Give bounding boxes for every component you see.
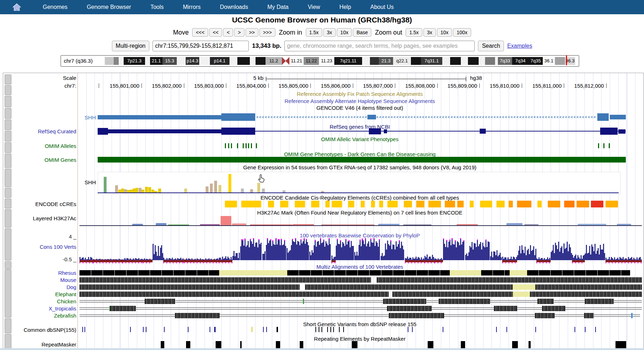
ideogram-band[interactable] bbox=[119, 57, 124, 65]
examples-link[interactable]: Examples bbox=[507, 43, 532, 49]
move-button-[interactable]: < bbox=[223, 28, 233, 37]
multiz-label-chicken[interactable]: Chicken bbox=[3, 299, 76, 304]
ccre-block[interactable] bbox=[371, 201, 375, 207]
track-label-omim-genes[interactable]: OMIM Genes bbox=[3, 157, 76, 163]
gtex-bar[interactable] bbox=[115, 185, 118, 192]
nav-item-help[interactable]: Help bbox=[339, 4, 351, 10]
track-title-encode-candidate-cis-regulatory-elements[interactable]: ENCODE Candidate Cis-Regulatory Elements… bbox=[78, 195, 642, 200]
ccre-block[interactable] bbox=[387, 201, 398, 207]
omim-allele-tick[interactable] bbox=[246, 143, 247, 148]
ccre-block[interactable] bbox=[225, 201, 237, 207]
track-label-chr7[interactable]: chr7: bbox=[3, 83, 76, 88]
track-title-omim-gene-phenotypes-dark-green-can-be-d[interactable]: OMIM Gene Phenotypes - Dark Green Can Be… bbox=[78, 151, 642, 157]
zoom-out-button-1-5x[interactable]: 1.5x bbox=[406, 28, 422, 37]
ideogram-band[interactable]: 7q34 bbox=[512, 57, 529, 65]
multiz-segment[interactable] bbox=[145, 299, 175, 304]
gtex-bar[interactable] bbox=[139, 188, 141, 192]
gtex-bar[interactable] bbox=[124, 189, 127, 192]
refseq-exon[interactable] bbox=[480, 129, 486, 134]
multiz-segment[interactable] bbox=[219, 270, 287, 276]
ideogram-band[interactable]: 36.1 bbox=[543, 57, 555, 65]
ideogram-band[interactable]: 7q31.1 bbox=[421, 57, 442, 65]
dbsnp-tick[interactable] bbox=[252, 327, 252, 332]
dbsnp-tick[interactable] bbox=[506, 327, 507, 332]
ideogram-band[interactable] bbox=[199, 57, 210, 65]
dbsnp-tick[interactable] bbox=[146, 327, 146, 332]
ccre-block[interactable] bbox=[445, 201, 455, 207]
gencode-exon[interactable] bbox=[98, 115, 221, 119]
move-button-[interactable]: >> bbox=[246, 28, 258, 37]
search-button[interactable]: Search bbox=[478, 41, 504, 51]
dbsnp-tick[interactable] bbox=[496, 327, 497, 332]
omim-allele-tick[interactable] bbox=[228, 143, 229, 148]
omim-allele-tick[interactable] bbox=[603, 143, 604, 148]
ideogram-band[interactable]: q22.1 bbox=[393, 57, 411, 65]
multiz-segment[interactable] bbox=[450, 270, 481, 276]
gtex-bar[interactable] bbox=[148, 187, 151, 192]
track-label-0-5[interactable]: -0.5 _ bbox=[3, 257, 76, 262]
dbsnp-tick[interactable] bbox=[164, 327, 165, 332]
gtex-bar[interactable] bbox=[228, 174, 231, 192]
ideogram-band[interactable]: 21.3 bbox=[379, 57, 393, 65]
gtex-bar[interactable] bbox=[214, 181, 217, 192]
dbsnp-tick[interactable] bbox=[412, 327, 413, 332]
track-label-refseq-curated[interactable]: RefSeq Curated bbox=[3, 129, 76, 134]
ccre-block[interactable] bbox=[480, 201, 492, 207]
dbsnp-tick[interactable] bbox=[263, 327, 264, 332]
dbsnp-tick[interactable] bbox=[315, 327, 316, 332]
nav-item-tools[interactable]: Tools bbox=[150, 4, 164, 10]
multiz-label-mouse[interactable]: Mouse bbox=[3, 277, 76, 283]
ideogram-band[interactable]: 15.3 bbox=[163, 57, 177, 65]
multiz-segment[interactable] bbox=[377, 277, 642, 283]
multiz-segment[interactable] bbox=[79, 292, 389, 297]
repeatmasker-block[interactable] bbox=[428, 341, 433, 349]
dbsnp-tick[interactable] bbox=[585, 327, 586, 332]
search-input[interactable] bbox=[284, 41, 475, 51]
omim-allele-tick[interactable] bbox=[243, 143, 244, 148]
dbsnp-tick[interactable] bbox=[143, 327, 144, 332]
omim-allele-tick[interactable] bbox=[256, 143, 257, 148]
gtex-bar[interactable] bbox=[241, 189, 244, 192]
ccre-block[interactable] bbox=[361, 201, 365, 207]
repeatmasker-block[interactable] bbox=[186, 341, 190, 349]
dbsnp-tick[interactable] bbox=[595, 327, 596, 332]
refseq-exon[interactable] bbox=[369, 128, 381, 134]
ccre-block[interactable] bbox=[416, 201, 424, 207]
gtex-bar[interactable] bbox=[121, 189, 124, 192]
dbsnp-tick[interactable] bbox=[408, 327, 408, 332]
nav-item-mirrors[interactable]: Mirrors bbox=[183, 4, 201, 10]
ccre-block[interactable] bbox=[577, 201, 589, 207]
ccre-block[interactable] bbox=[348, 201, 354, 207]
repeatmasker-block[interactable] bbox=[512, 341, 518, 349]
dbsnp-tick[interactable] bbox=[319, 327, 319, 332]
track-title-omim-allelic-variant-phenotypes[interactable]: OMIM Allelic Variant Phenotypes bbox=[78, 137, 642, 142]
omim-allele-tick[interactable] bbox=[231, 143, 232, 148]
omim-allele-tick[interactable] bbox=[225, 143, 226, 148]
multiz-segment[interactable] bbox=[510, 270, 527, 276]
move-button-[interactable]: > bbox=[234, 28, 244, 37]
ccre-block[interactable] bbox=[591, 201, 603, 207]
ccre-block[interactable] bbox=[606, 201, 618, 207]
track-title-reference-assembly-alternate-haplotype-s[interactable]: Reference Assembly Alternate Haplotype S… bbox=[78, 98, 642, 104]
drag-handle[interactable] bbox=[5, 188, 11, 198]
gencode-exon[interactable] bbox=[221, 113, 255, 121]
refseq-exon[interactable] bbox=[384, 129, 387, 133]
gtex-bar[interactable] bbox=[127, 190, 130, 192]
multiz-segment[interactable] bbox=[79, 277, 371, 283]
ccre-block[interactable] bbox=[379, 201, 383, 207]
ccre-block[interactable] bbox=[332, 201, 342, 207]
track-title-multiz-alignments-of-100-vertebrates[interactable]: Multiz Alignments of 100 Vertebrates bbox=[78, 264, 642, 269]
repeatmasker-block[interactable] bbox=[300, 341, 303, 349]
repeatmasker-block[interactable] bbox=[161, 341, 164, 349]
ccre-block[interactable] bbox=[548, 201, 560, 207]
ideogram-band[interactable]: 21.1 bbox=[150, 57, 163, 65]
refseq-exon[interactable] bbox=[600, 128, 618, 135]
gtex-bar[interactable] bbox=[135, 188, 138, 192]
refseq-exon[interactable] bbox=[618, 129, 625, 134]
multiz-label-x-tropicalis[interactable]: X_tropicalis bbox=[3, 306, 76, 311]
ccre-block[interactable] bbox=[404, 201, 412, 207]
home-icon[interactable] bbox=[12, 2, 21, 12]
move-button-[interactable]: >>> bbox=[259, 28, 275, 37]
repeatmasker-block[interactable] bbox=[216, 341, 221, 349]
ideogram-band[interactable]: 7q21.11 bbox=[334, 57, 362, 65]
